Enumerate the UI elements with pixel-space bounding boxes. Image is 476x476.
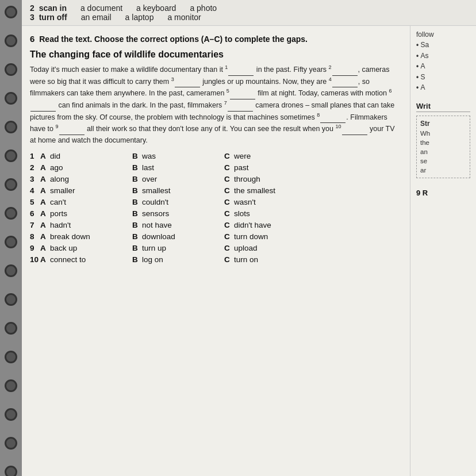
row2-num: 3 turn off	[30, 13, 67, 22]
option-2c: Cpast	[224, 163, 316, 172]
option-3b: Bover	[132, 175, 224, 183]
answer-options-10: Aconnect to Blog on Cturn on	[40, 255, 402, 264]
option-7a: Ahadn't	[40, 221, 132, 229]
right-panel-bullets: Sa As A S A	[416, 41, 470, 93]
answers-grid: 1 Adid Bwas Cwere 2 Aago Blast Cpast	[30, 152, 402, 264]
spiral-binding	[0, 0, 22, 476]
blank-9	[59, 135, 85, 135]
spiral-ring	[5, 178, 17, 191]
row1-num: 2 scan in	[30, 3, 67, 13]
answer-options-1: Adid Bwas Cwere	[40, 152, 402, 160]
spiral-ring	[5, 92, 17, 105]
write-section: Writ Str Wh the an se ar	[416, 102, 470, 178]
answer-options-3: Aalong Bover Cthrough	[40, 175, 402, 183]
option-6c: Cslots	[224, 209, 316, 218]
spiral-ring	[5, 34, 17, 47]
option-8c: Cturn down	[224, 232, 316, 241]
option-5a: Acan't	[40, 198, 132, 206]
blank-num-7: 7	[224, 100, 227, 106]
option-9a: Aback up	[40, 244, 132, 252]
option-4a: Asmaller	[40, 186, 132, 195]
bullet-3: A	[416, 62, 470, 71]
article-title: The changing face of wildlife documentar…	[30, 49, 402, 61]
row1-col3: a photo	[190, 3, 217, 13]
option-3a: Aalong	[40, 175, 132, 183]
row2-col1: an email	[81, 13, 112, 22]
section-header: 6 Read the text. Choose the correct opti…	[30, 33, 402, 45]
option-4b: Bsmallest	[132, 186, 224, 195]
option-8a: Abreak down	[40, 232, 132, 241]
blank-num-10: 10	[335, 124, 341, 129]
str-label: Str	[420, 119, 466, 129]
option-1a: Adid	[40, 152, 132, 160]
option-6b: Bsensors	[132, 209, 224, 218]
top-row2: 3 turn off an email a laptop a monitor	[30, 13, 468, 22]
answer-options-4: Asmaller Bsmallest Cthe smallest	[40, 186, 402, 195]
bullet-5: A	[416, 83, 470, 93]
str-line-5: ar	[420, 166, 466, 175]
spiral-ring	[5, 379, 17, 392]
num9-right: 9 R	[416, 189, 470, 197]
write-title: Writ	[416, 102, 470, 112]
answer-row-10: 10 Aconnect to Blog on Cturn on	[30, 255, 402, 264]
top-row1: 2 scan in a document a keyboard a photo	[30, 3, 468, 13]
spiral-ring	[5, 121, 17, 133]
option-4c: Cthe smallest	[224, 186, 316, 195]
option-9b: Bturn up	[132, 244, 224, 252]
option-10b: Blog on	[132, 255, 224, 264]
row1-col1: a document	[80, 3, 122, 13]
answer-row-1: 1 Adid Bwas Cwere	[30, 152, 402, 160]
blank-3	[175, 87, 200, 87]
answer-options-8: Abreak down Bdownload Cturn down	[40, 232, 402, 241]
answer-row-6: 6 Aports Bsensors Cslots	[30, 209, 402, 218]
spiral-ring	[5, 466, 17, 476]
answer-row-3: 3 Aalong Bover Cthrough	[30, 175, 402, 183]
blank-num-1: 1	[225, 64, 228, 70]
option-8b: Bdownload	[132, 232, 224, 241]
answer-row-8: 8 Abreak down Bdownload Cturn down	[30, 232, 402, 241]
str-line-2: the	[420, 138, 466, 147]
spiral-ring	[5, 408, 17, 421]
spiral-ring	[5, 351, 17, 363]
blank-7	[228, 111, 253, 112]
str-line-4: se	[420, 156, 466, 166]
bullet-2: As	[416, 52, 470, 61]
row2-col2: a laptop	[125, 13, 154, 22]
answer-options-6: Aports Bsensors Cslots	[40, 209, 402, 218]
str-line-1: Wh	[420, 129, 466, 138]
answer-row-2: 2 Aago Blast Cpast	[30, 163, 402, 172]
spiral-ring	[5, 149, 17, 162]
answer-options-2: Aago Blast Cpast	[40, 163, 402, 172]
spiral-ring	[5, 63, 17, 76]
option-3c: Cthrough	[224, 175, 316, 183]
answer-row-5: 5 Acan't Bcouldn't Cwasn't	[30, 198, 402, 206]
spiral-ring	[5, 207, 17, 220]
page-body: 6 Read the text. Choose the correct opti…	[22, 26, 476, 476]
spiral-ring	[5, 264, 17, 277]
blank-6	[30, 111, 56, 112]
main-content: 2 scan in a document a keyboard a photo …	[22, 0, 476, 476]
bullet-1: Sa	[416, 41, 470, 50]
spiral-ring	[5, 236, 17, 248]
option-10c: Cturn on	[224, 255, 316, 264]
option-1b: Bwas	[132, 152, 224, 160]
row2-col3: a monitor	[167, 13, 201, 22]
row1-col2: a keyboard	[136, 3, 176, 13]
bullet-4: S	[416, 73, 470, 82]
blank-num-5: 5	[227, 88, 229, 94]
spiral-ring	[5, 437, 17, 450]
left-panel: 6 Read the text. Choose the correct opti…	[22, 26, 410, 476]
answer-row-4: 4 Asmaller Bsmallest Cthe smallest	[30, 186, 402, 195]
spiral-ring	[5, 322, 17, 335]
spiral-ring	[5, 6, 17, 18]
blank-8	[320, 122, 346, 123]
blank-num-6: 6	[389, 88, 391, 94]
blank-2	[332, 75, 358, 76]
answer-row-9: 9 Aback up Bturn up Cupload	[30, 244, 402, 252]
answer-options-5: Acan't Bcouldn't Cwasn't	[40, 198, 402, 206]
spiral-ring	[5, 293, 17, 306]
answer-options-7: Ahadn't Bnot have Cdidn't have	[40, 221, 402, 229]
blank-num-4: 4	[329, 76, 332, 82]
option-2b: Blast	[132, 163, 224, 172]
str-box: Str Wh the an se ar	[416, 116, 470, 178]
